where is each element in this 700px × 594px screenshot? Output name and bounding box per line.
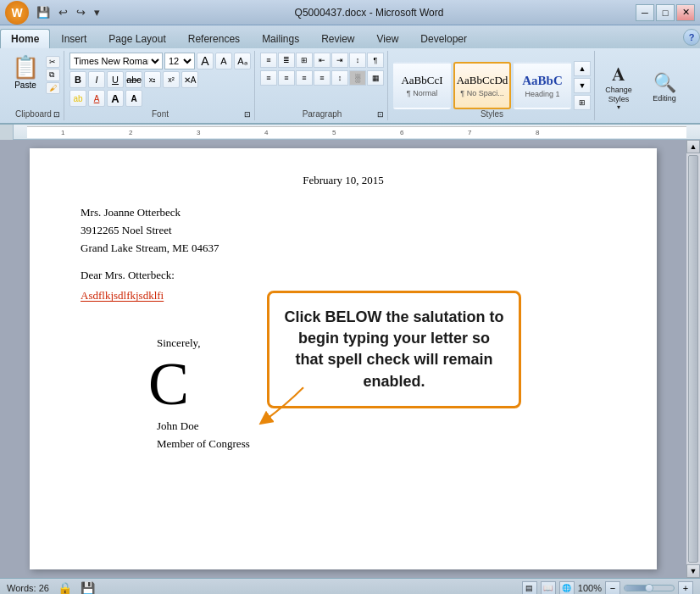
minimize-button[interactable]: ─ <box>636 4 654 21</box>
style-nospacing-button[interactable]: AaBbCcDd ¶ No Spaci... <box>453 62 511 109</box>
maximize-button[interactable]: □ <box>656 4 675 21</box>
help-button[interactable]: ? <box>683 29 700 46</box>
tab-references[interactable]: References <box>177 29 251 48</box>
vertical-scrollbar[interactable]: ▲ ▼ <box>686 140 700 578</box>
format-painter-button[interactable]: 🖌 <box>46 82 60 94</box>
align-left-button[interactable]: ≡ <box>260 70 277 86</box>
undo-button[interactable]: ↩ <box>56 4 70 20</box>
styles-scroll-down[interactable]: ▼ <box>574 78 591 93</box>
multilevel-button[interactable]: ⊞ <box>296 53 313 68</box>
superscript-button[interactable]: x² <box>163 71 180 88</box>
font-size-select[interactable]: 12 <box>164 53 195 69</box>
change-styles-content: 𝐀 ChangeStyles ▾ <box>600 53 637 119</box>
scroll-down-button[interactable]: ▼ <box>686 564 700 578</box>
justify-button[interactable]: ≡ <box>314 70 331 86</box>
zoom-slider[interactable] <box>624 585 675 591</box>
shrink-font-button[interactable]: A <box>215 53 232 69</box>
callout-arrow <box>257 384 308 426</box>
styles-more-button[interactable]: ⊞ <box>574 95 591 110</box>
cut-button[interactable]: ✂ <box>46 56 60 68</box>
save-status-button[interactable]: 💾 <box>81 581 95 595</box>
address-line1: Mrs. Joanne Otterbeck <box>81 204 606 222</box>
view-normal-button[interactable]: ▤ <box>522 581 537 595</box>
editing-button[interactable]: 🔍 Editing <box>646 72 683 103</box>
tab-home[interactable]: Home <box>0 29 50 48</box>
zoom-in-button[interactable]: + <box>678 581 693 595</box>
highlight-button[interactable]: ab <box>69 90 86 107</box>
zoom-slider-thumb[interactable] <box>645 584 653 592</box>
align-right-button[interactable]: ≡ <box>296 70 313 86</box>
bullets-button[interactable]: ≡ <box>260 53 277 68</box>
scroll-up-button[interactable]: ▲ <box>686 140 700 153</box>
borders-button[interactable]: ▦ <box>367 70 384 86</box>
tab-review[interactable]: Review <box>310 29 365 48</box>
svg-text:1: 1 <box>61 129 65 136</box>
font-expand[interactable]: ⊡ <box>244 110 251 119</box>
document-signer-name: John Doe <box>81 418 606 436</box>
title-bar: W 💾 ↩ ↪ ▾ Q5000437.docx - Microsoft Word… <box>0 0 700 25</box>
para-row1: ≡ ≣ ⊞ ⇤ ⇥ ↕ ¶ <box>260 53 384 68</box>
paste-button[interactable]: 📋 Paste <box>7 53 44 92</box>
svg-text:6: 6 <box>400 129 404 136</box>
align-center-button[interactable]: ≡ <box>278 70 295 86</box>
change-styles-button[interactable]: 𝐀 ChangeStyles ▾ <box>600 64 637 112</box>
paragraph-expand[interactable]: ⊡ <box>377 110 384 119</box>
ribbon-tabs: Home Insert Page Layout References Maili… <box>0 25 700 48</box>
font-color-button[interactable]: A <box>88 90 105 107</box>
status-right: ▤ 📖 🌐 100% − + <box>522 581 693 595</box>
grow-font-button[interactable]: A <box>197 53 214 69</box>
close-button[interactable]: ✕ <box>676 4 695 21</box>
sort-button[interactable]: ↕ <box>349 53 366 68</box>
group-editing: 🔍 Editing <box>642 51 686 120</box>
document-scroll[interactable]: February 10, 2015 Mrs. Joanne Otterbeck … <box>0 140 686 578</box>
copy-button[interactable]: ⧉ <box>46 69 60 81</box>
zoom-out-button[interactable]: − <box>605 581 620 595</box>
svg-text:4: 4 <box>264 129 269 136</box>
styles-scroll: ▲ ▼ ⊞ <box>574 61 591 110</box>
customize-button[interactable]: ▾ <box>92 4 103 20</box>
title-bar-left: W 💾 ↩ ↪ ▾ <box>5 1 103 25</box>
redo-button[interactable]: ↪ <box>74 4 88 20</box>
tab-insert[interactable]: Insert <box>50 29 97 48</box>
style-normal-button[interactable]: AaBbCcI ¶ Normal <box>393 62 451 109</box>
clear-format-button[interactable]: ✕A <box>181 71 198 88</box>
styles-scroll-up[interactable]: ▲ <box>574 61 591 76</box>
group-paragraph: ≡ ≣ ⊞ ⇤ ⇥ ↕ ¶ ≡ ≡ ≡ ≡ ↕ ░ ▦ Pa <box>257 51 388 120</box>
numbering-button[interactable]: ≣ <box>278 53 295 68</box>
strikethrough-button[interactable]: abc <box>125 71 142 88</box>
clipboard-expand[interactable]: ⊡ <box>53 110 60 119</box>
editing-content: 🔍 Editing <box>646 53 683 119</box>
word-count: Words: 26 <box>7 583 49 593</box>
tab-view[interactable]: View <box>366 29 410 48</box>
svg-text:8: 8 <box>536 129 540 136</box>
font-name-select[interactable]: Times New Roman <box>69 53 163 69</box>
tab-developer[interactable]: Developer <box>409 29 478 48</box>
window-controls: ─ □ ✕ <box>636 4 695 21</box>
save-button[interactable]: 💾 <box>34 4 53 20</box>
font-row1: Times New Roman 12 A A Aₐ <box>69 53 251 69</box>
ruler-marks: 1 2 3 4 5 6 7 8 <box>27 126 686 138</box>
bold-button[interactable]: B <box>69 71 86 88</box>
font-size-big-button[interactable]: A <box>107 90 124 107</box>
underline-button[interactable]: U <box>107 71 124 88</box>
decrease-indent-button[interactable]: ⇤ <box>314 53 331 68</box>
view-web-button[interactable]: 🌐 <box>559 581 575 595</box>
view-reading-button[interactable]: 📖 <box>541 581 556 595</box>
subscript-button[interactable]: x₂ <box>144 71 161 88</box>
italic-button[interactable]: I <box>88 71 105 88</box>
change-case-button[interactable]: Aₐ <box>234 53 251 69</box>
shading-button[interactable]: ░ <box>349 70 366 86</box>
scroll-thumb[interactable] <box>688 155 698 563</box>
tab-page-layout[interactable]: Page Layout <box>97 29 176 48</box>
status-bar: Words: 26 🔒 💾 ▤ 📖 🌐 100% − + <box>0 578 700 594</box>
macro-button[interactable]: 🔒 <box>58 581 72 595</box>
line-spacing-button[interactable]: ↕ <box>331 70 348 86</box>
office-button[interactable]: W <box>5 1 29 25</box>
show-marks-button[interactable]: ¶ <box>367 53 384 68</box>
style-heading1-label: Heading 1 <box>525 90 559 98</box>
increase-indent-button[interactable]: ⇥ <box>331 53 348 68</box>
tab-mailings[interactable]: Mailings <box>251 29 310 48</box>
style-heading1-button[interactable]: AaBbC Heading 1 <box>514 62 571 109</box>
font-label: Font <box>66 109 254 119</box>
font-size-small-button[interactable]: A <box>125 90 142 107</box>
